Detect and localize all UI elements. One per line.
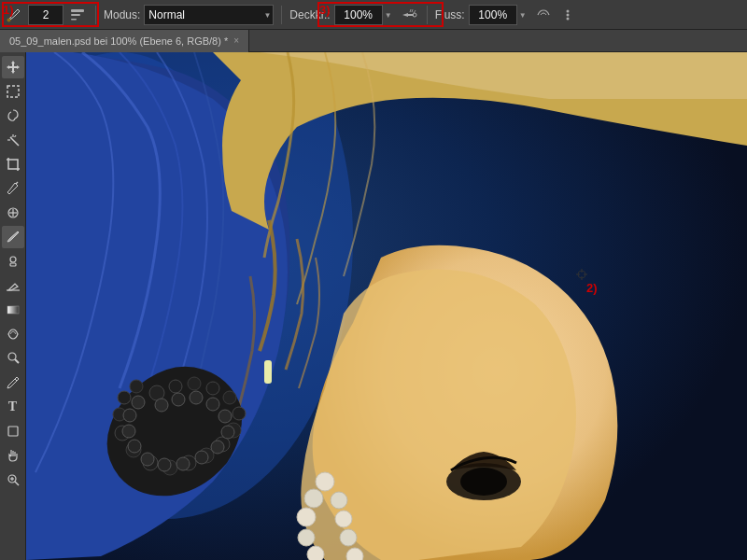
divider-1 <box>95 6 96 24</box>
svg-point-69 <box>316 472 334 491</box>
tool-lasso[interactable] <box>2 105 24 127</box>
fluss-arrow: ▼ <box>519 10 527 19</box>
tab-title: 05_09_malen.psd bei 100% (Ebene 6, RGB/8… <box>9 35 228 47</box>
svg-point-36 <box>460 468 507 496</box>
tool-magic-wand[interactable] <box>2 129 24 151</box>
deckr-input[interactable] <box>334 5 383 25</box>
tool-healing[interactable] <box>2 202 24 224</box>
svg-line-17 <box>16 182 18 184</box>
tool-stamp[interactable] <box>2 250 24 273</box>
svg-point-56 <box>190 391 203 404</box>
tool-move[interactable] <box>2 56 24 78</box>
fluss-select-wrapper[interactable]: ▼ <box>469 5 529 25</box>
modus-label: Modus: <box>104 8 140 21</box>
svg-point-55 <box>172 393 185 406</box>
canvas-area[interactable]: 2) <box>26 52 747 560</box>
svg-point-21 <box>10 257 16 262</box>
document-tab[interactable]: 05_09_malen.psd bei 100% (Ebene 6, RGB/8… <box>0 30 249 52</box>
svg-point-74 <box>331 492 347 509</box>
svg-point-66 <box>122 425 135 438</box>
svg-point-57 <box>206 398 219 411</box>
svg-point-59 <box>221 426 234 439</box>
svg-point-9 <box>566 9 569 12</box>
tool-eraser[interactable] <box>2 274 24 297</box>
svg-point-76 <box>340 529 357 546</box>
tool-hand[interactable] <box>2 444 24 467</box>
tool-crop[interactable] <box>2 153 24 175</box>
svg-point-61 <box>195 451 208 464</box>
tool-brush[interactable] <box>2 226 24 248</box>
brush-size-input[interactable] <box>28 5 63 25</box>
fluss-label: Fluss: <box>435 8 465 21</box>
svg-point-60 <box>211 441 224 454</box>
svg-line-14 <box>14 135 16 137</box>
svg-point-41 <box>223 391 236 404</box>
svg-point-54 <box>155 399 168 412</box>
svg-point-67 <box>123 409 136 422</box>
deckr-select-wrapper[interactable]: ▼ <box>334 5 395 25</box>
svg-point-77 <box>346 548 363 560</box>
svg-point-42 <box>233 407 246 420</box>
svg-point-52 <box>118 391 131 404</box>
tool-dodge[interactable] <box>2 347 24 370</box>
deckr-label: Deckkr.: <box>289 8 330 21</box>
svg-line-26 <box>15 359 19 363</box>
top-toolbar: Modus: NormalAuflösenAbdunkelnMultiplizi… <box>0 0 747 30</box>
svg-rect-12 <box>7 86 19 97</box>
left-toolbar: T <box>0 52 26 560</box>
tool-pen[interactable] <box>2 371 24 394</box>
svg-point-40 <box>206 382 219 395</box>
extra-options-btn[interactable] <box>557 5 578 25</box>
svg-rect-2 <box>71 14 80 16</box>
brush-preset-icon[interactable] <box>67 5 88 25</box>
modus-select-wrapper[interactable]: NormalAuflösenAbdunkelnMultiplizierenFar… <box>144 5 274 25</box>
tool-blur[interactable] <box>2 323 24 345</box>
svg-point-71 <box>297 508 316 526</box>
svg-line-29 <box>15 482 19 485</box>
svg-point-70 <box>304 489 323 508</box>
tab-close-btn[interactable]: × <box>233 35 239 46</box>
svg-point-0 <box>7 18 11 21</box>
photo-canvas <box>26 52 747 560</box>
svg-point-73 <box>307 546 324 560</box>
svg-line-7 <box>412 9 413 12</box>
tool-shape[interactable] <box>2 420 24 442</box>
fluss-input[interactable] <box>469 5 517 25</box>
svg-rect-1 <box>71 9 84 12</box>
tool-gradient[interactable] <box>2 299 24 321</box>
svg-rect-27 <box>8 427 18 436</box>
svg-point-10 <box>566 13 569 16</box>
svg-rect-22 <box>10 263 16 266</box>
brush-tool-icon[interactable] <box>4 5 24 25</box>
tablet-pressure-btn[interactable] <box>533 5 554 25</box>
svg-line-6 <box>410 9 411 12</box>
modus-select[interactable]: NormalAuflösenAbdunkelnMultiplizierenFar… <box>144 5 274 25</box>
svg-point-38 <box>169 380 182 393</box>
svg-point-72 <box>298 529 315 546</box>
svg-rect-24 <box>7 306 19 314</box>
svg-point-75 <box>335 511 352 527</box>
svg-point-62 <box>176 457 190 470</box>
svg-point-63 <box>158 458 171 471</box>
svg-point-58 <box>218 410 232 423</box>
airbrush-icon[interactable] <box>399 5 419 25</box>
svg-rect-78 <box>264 360 272 384</box>
tool-text[interactable]: T <box>2 396 24 418</box>
divider-3 <box>427 6 428 24</box>
svg-rect-3 <box>71 19 77 21</box>
svg-point-39 <box>188 377 201 390</box>
divider-2 <box>281 6 282 24</box>
tool-eyedropper[interactable] <box>2 177 24 200</box>
svg-point-65 <box>128 440 141 453</box>
svg-point-25 <box>8 353 16 360</box>
tab-bar: 05_09_malen.psd bei 100% (Ebene 6, RGB/8… <box>0 30 747 52</box>
svg-point-11 <box>566 17 569 20</box>
tool-zoom[interactable] <box>2 469 24 491</box>
deckr-arrow: ▼ <box>385 10 392 19</box>
tool-rect-select[interactable] <box>2 80 24 103</box>
svg-point-64 <box>141 453 154 466</box>
svg-point-53 <box>130 380 143 393</box>
svg-point-68 <box>132 396 145 409</box>
main-area: T <box>0 52 747 560</box>
